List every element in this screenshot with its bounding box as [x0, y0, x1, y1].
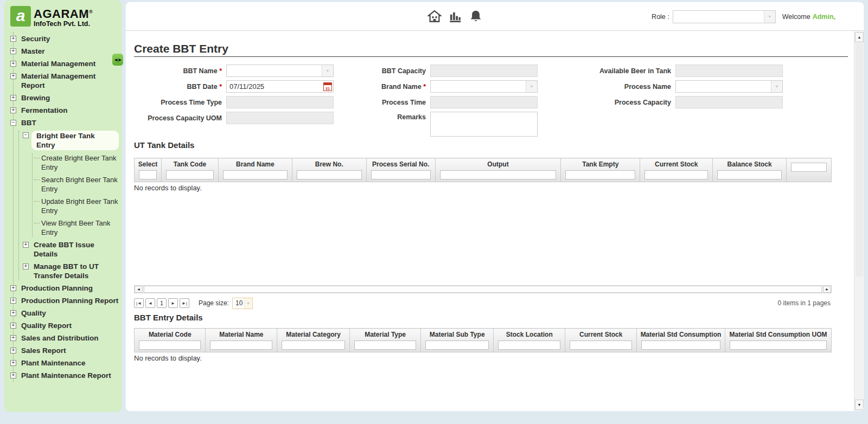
horizontal-scrollbar[interactable] — [134, 285, 832, 293]
column-header-material-type[interactable]: Material Type — [350, 329, 421, 352]
bbt-name-select[interactable] — [226, 65, 334, 77]
last-page-button[interactable]: ►| — [180, 298, 189, 308]
filter-input-brand-name[interactable] — [223, 170, 288, 179]
sidebar-item-production-planning[interactable]: Production Planning — [9, 284, 119, 293]
sidebar-item-material-management[interactable]: Material Management — [9, 59, 119, 68]
sidebar-item-update-bright-beer-tank-entry[interactable]: Update Bright Beer Tank Entry — [33, 197, 119, 215]
filter-input-output[interactable] — [440, 170, 557, 179]
bar-chart-icon[interactable] — [448, 9, 462, 23]
filter-input-extra[interactable] — [791, 163, 827, 172]
column-header-current-stock[interactable]: Current Stock — [565, 329, 637, 352]
sidebar-item-search-bright-beer-tank-entry[interactable]: Search Bright Beer Tank Entry — [33, 175, 119, 194]
brand-name-select[interactable] — [430, 80, 538, 93]
expand-icon[interactable] — [10, 335, 16, 341]
sidebar-item-brewing[interactable]: Brewing — [9, 93, 119, 102]
expand-icon[interactable] — [10, 95, 16, 101]
prev-page-button[interactable]: ◄ — [145, 298, 155, 308]
expand-icon[interactable] — [23, 242, 29, 248]
filter-input-material-std-consumption-uom[interactable] — [730, 341, 827, 350]
filter-input-material-std-consumption[interactable] — [641, 341, 720, 350]
collapse-icon[interactable] — [23, 132, 29, 138]
expand-icon[interactable] — [10, 107, 16, 113]
scroll-right-icon[interactable] — [823, 286, 831, 293]
expand-icon[interactable] — [10, 48, 16, 54]
filter-input-process-serial-no[interactable] — [371, 170, 431, 179]
filter-input-material-category[interactable] — [282, 341, 345, 350]
expand-icon[interactable] — [10, 285, 16, 291]
chevron-down-icon[interactable] — [322, 65, 333, 76]
sidebar-item-manage-bbt-to-ut-transfer-details[interactable]: Manage BBT to UT Transfer Details — [19, 262, 119, 280]
sidebar-item-plant-maintenance[interactable]: Plant Maintenance — [9, 358, 119, 368]
filter-input-material-type[interactable] — [354, 341, 416, 350]
sidebar-item-sales-report[interactable]: Sales Report — [9, 346, 119, 355]
next-page-button[interactable]: ► — [168, 298, 178, 308]
sidebar-item-security[interactable]: Security — [9, 34, 119, 43]
filter-input-current-stock2[interactable] — [570, 341, 632, 350]
column-header-tank-empty[interactable]: Tank Empty — [561, 158, 640, 182]
sidebar-item-view-bright-beer-tank-entry[interactable]: View Bright Beer Tank Entry — [33, 219, 119, 237]
filter-input-material-name[interactable] — [210, 341, 272, 350]
expand-icon[interactable] — [10, 310, 16, 316]
column-header-material-code[interactable]: Material Code — [135, 329, 206, 352]
scroll-up-icon[interactable] — [855, 32, 864, 42]
sidebar-item-sales-and-distribution[interactable]: Sales and Distribution — [9, 333, 119, 343]
bbt-date-input[interactable] — [226, 80, 334, 93]
vertical-scrollbar-thumb[interactable] — [856, 43, 863, 277]
remarks-textarea[interactable] — [430, 112, 538, 137]
expand-icon[interactable] — [23, 264, 29, 269]
column-header-material-category[interactable]: Material Category — [277, 329, 350, 352]
chevron-down-icon[interactable] — [764, 11, 775, 23]
expand-icon[interactable] — [10, 73, 16, 79]
expand-icon[interactable] — [10, 360, 16, 366]
column-header-material-name[interactable]: Material Name — [206, 329, 277, 352]
process-name-select[interactable] — [675, 80, 783, 93]
sidebar-item-bbt[interactable]: BBT — [9, 118, 119, 127]
chevron-down-icon[interactable] — [244, 298, 252, 309]
sidebar-item-create-bbt-issue-details[interactable]: Create BBT Issue Details — [19, 240, 119, 259]
filter-input-material-code[interactable] — [139, 341, 201, 350]
first-page-button[interactable]: |◄ — [134, 298, 144, 308]
sidebar-item-quality-report[interactable]: Quality Report — [9, 321, 119, 330]
expand-icon[interactable] — [10, 61, 16, 67]
column-header-balance-stock[interactable]: Balance Stock — [713, 158, 787, 182]
filter-input-material-sub-type[interactable] — [425, 341, 489, 350]
column-header-brew-no[interactable]: Brew No. — [292, 158, 366, 182]
sidebar-collapse-icon[interactable] — [112, 54, 123, 66]
expand-icon[interactable] — [10, 372, 16, 378]
scroll-down-icon[interactable] — [855, 400, 864, 410]
sidebar-item-create-bright-beer-tank-entry[interactable]: Create Bright Beer Tank Entry — [33, 153, 119, 172]
sidebar-item-quality[interactable]: Quality — [9, 309, 119, 318]
expand-icon[interactable] — [10, 36, 16, 42]
chevron-down-icon[interactable] — [526, 81, 537, 92]
filter-input-balance-stock[interactable] — [717, 170, 782, 179]
column-header-output[interactable]: Output — [435, 158, 561, 182]
sidebar-item-production-planning-report[interactable]: Production Planning Report — [9, 296, 119, 305]
chevron-down-icon[interactable] — [771, 81, 782, 92]
collapse-icon[interactable] — [10, 120, 16, 126]
filter-input-tank-code[interactable] — [166, 170, 214, 179]
expand-icon[interactable] — [10, 323, 16, 329]
column-header-brand-name[interactable]: Brand Name — [218, 158, 292, 182]
vertical-scrollbar[interactable] — [854, 31, 864, 411]
home-icon[interactable] — [427, 9, 442, 23]
column-header-select[interactable]: Select — [135, 158, 162, 182]
page-number-button[interactable]: 1 — [157, 298, 167, 308]
column-header-material-std-consumption-uom[interactable]: Material Std Consumption UOM — [725, 329, 832, 352]
column-header-stock-location[interactable]: Stock Location — [494, 329, 565, 352]
sidebar-item-master[interactable]: Master — [9, 47, 119, 56]
column-header-current-stock[interactable]: Current Stock — [640, 158, 713, 182]
column-header-process-serial-no[interactable]: Process Serial No. — [366, 158, 435, 182]
column-header-material-sub-type[interactable]: Material Sub Type — [421, 329, 494, 352]
notifications-bell-icon[interactable] — [469, 9, 483, 23]
horizontal-scrollbar-thumb[interactable] — [144, 286, 822, 293]
sidebar-item-plant-maintenance-report[interactable]: Plant Maintenance Report — [9, 371, 119, 380]
role-select[interactable] — [673, 10, 776, 23]
filter-input-stock-location[interactable] — [498, 341, 560, 350]
scroll-left-icon[interactable] — [135, 286, 143, 293]
page-size-select[interactable]: 10 — [232, 298, 253, 309]
calendar-icon[interactable] — [323, 82, 332, 91]
filter-input-tank-empty[interactable] — [565, 170, 635, 179]
filter-input-brew-no[interactable] — [297, 170, 362, 179]
sidebar-item-material-management-report[interactable]: Material Management Report — [9, 72, 119, 90]
filter-input-select[interactable] — [139, 170, 157, 179]
